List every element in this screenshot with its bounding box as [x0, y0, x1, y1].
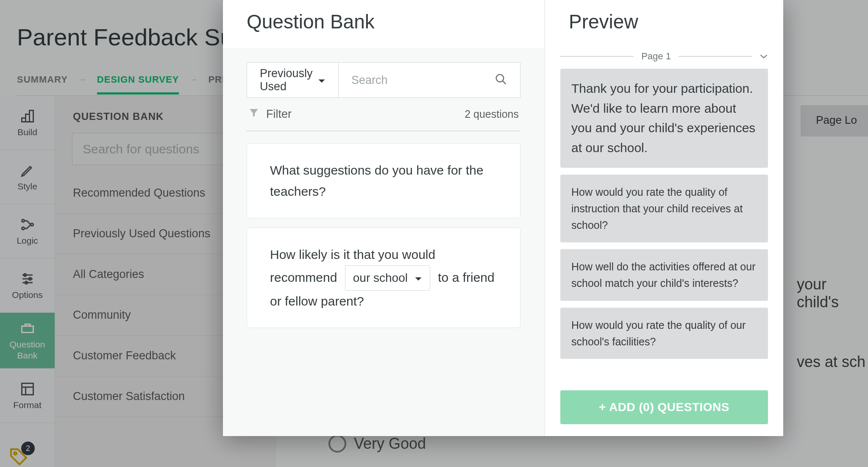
- inline-select-label: our school: [353, 268, 408, 288]
- preview-card[interactable]: How would you rate the quality of our sc…: [560, 308, 768, 359]
- question-card[interactable]: How likely is it that you would recommen…: [247, 228, 520, 328]
- qb-filter-bar: Filter 2 questions: [247, 98, 520, 131]
- qb-search-wrapper: [339, 63, 520, 97]
- divider-line: [679, 56, 752, 57]
- inline-select[interactable]: our school: [345, 265, 430, 291]
- caret-down-icon: [318, 74, 326, 87]
- dropdown-selected-label: Previously Used: [260, 67, 313, 93]
- add-questions-button[interactable]: + ADD (0) QUESTIONS: [560, 390, 768, 424]
- svg-point-8: [496, 75, 504, 82]
- filter-label: Filter: [266, 108, 292, 121]
- caret-down-icon: [415, 268, 422, 288]
- question-count: 2 questions: [465, 108, 519, 120]
- filter-icon: [248, 107, 259, 121]
- preview-card[interactable]: How well do the activities offered at ou…: [560, 249, 768, 301]
- filter-button[interactable]: Filter: [248, 107, 292, 121]
- divider-line: [560, 56, 634, 57]
- qb-controls: Previously Used: [247, 62, 520, 98]
- preview-card-intro[interactable]: Thank you for your participation. We'd l…: [560, 69, 768, 168]
- chevron-down-icon: [760, 51, 768, 62]
- category-dropdown[interactable]: Previously Used: [247, 63, 339, 97]
- search-icon: [495, 73, 507, 87]
- question-bank-title: Question Bank: [223, 0, 544, 48]
- search-input[interactable]: [351, 74, 495, 87]
- preview-card[interactable]: How would you rate the quality of instru…: [560, 175, 768, 242]
- page-divider[interactable]: Page 1: [560, 48, 768, 69]
- question-bank-modal: Question Bank Previously Used Filter 2 q…: [223, 0, 783, 436]
- page-label: Page 1: [641, 51, 671, 62]
- question-card[interactable]: What suggestions do you have for the tea…: [247, 143, 520, 218]
- preview-title: Preview: [545, 0, 783, 48]
